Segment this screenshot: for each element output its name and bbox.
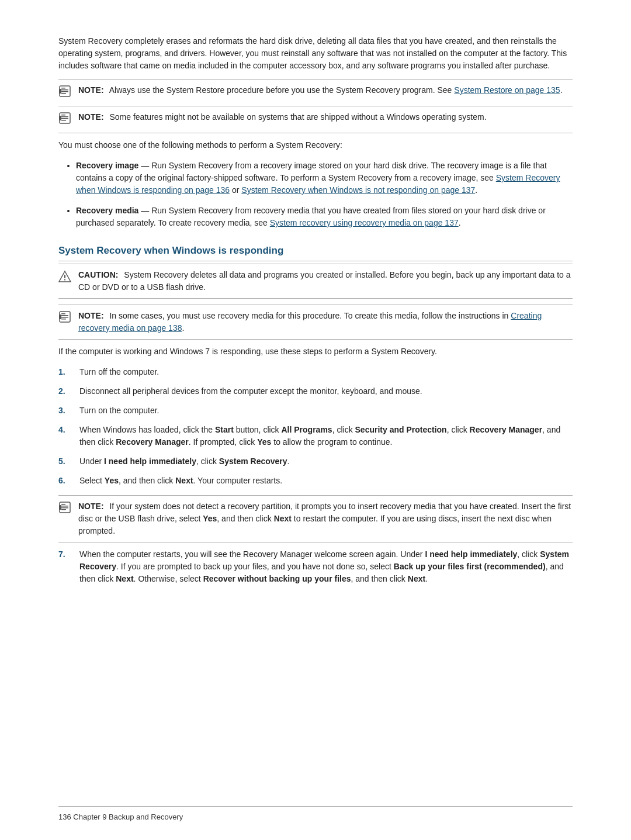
note-2-label: NOTE: bbox=[78, 112, 104, 122]
step-5-num: 5. bbox=[58, 455, 79, 468]
note-4-block: NOTE: If your system does not detect a r… bbox=[58, 495, 573, 542]
step-3-num: 3. bbox=[58, 405, 79, 417]
svg-rect-8 bbox=[61, 116, 68, 117]
svg-rect-11 bbox=[59, 116, 61, 120]
step-7: 7. When the computer restarts, you will … bbox=[58, 548, 573, 585]
caution-label: CAUTION: bbox=[78, 270, 118, 279]
svg-rect-18 bbox=[61, 317, 68, 318]
svg-rect-16 bbox=[61, 313, 65, 314]
content-area: System Recovery completely erases and re… bbox=[58, 35, 573, 585]
note-3-text: NOTE: In some cases, you must use recove… bbox=[78, 310, 573, 334]
svg-rect-5 bbox=[59, 89, 61, 94]
svg-rect-23 bbox=[61, 506, 68, 507]
step-5: 5. Under I need help immediately, click … bbox=[58, 455, 573, 468]
step-7-num: 7. bbox=[58, 548, 79, 585]
svg-rect-10 bbox=[61, 120, 66, 121]
svg-rect-2 bbox=[61, 89, 68, 91]
svg-rect-14 bbox=[64, 279, 65, 280]
step-5-text: Under I need help immediately, click Sys… bbox=[79, 455, 290, 468]
note-3-block: NOTE: In some cases, you must use recove… bbox=[58, 305, 573, 340]
svg-rect-7 bbox=[61, 115, 65, 116]
note-2-body: Some features might not be available on … bbox=[109, 112, 486, 122]
step-7-list: 7. When the computer restarts, you will … bbox=[58, 548, 573, 585]
methods-list: Recovery image — Run System Recovery fro… bbox=[76, 160, 573, 229]
caution-block: CAUTION: System Recovery deletes all dat… bbox=[58, 264, 573, 299]
step-3: 3. Turn on the computer. bbox=[58, 405, 573, 417]
footer-text: 136 Chapter 9 Backup and Recovery bbox=[58, 811, 183, 823]
svg-rect-22 bbox=[61, 504, 65, 505]
svg-rect-26 bbox=[59, 505, 61, 510]
note-4-text: NOTE: If your system does not detect a r… bbox=[78, 500, 573, 537]
step-4: 4. When Windows has loaded, click the St… bbox=[58, 424, 573, 448]
note-3-label: NOTE: bbox=[78, 311, 104, 320]
caution-icon bbox=[58, 270, 75, 287]
step-6-num: 6. bbox=[58, 475, 79, 487]
step-7-text: When the computer restarts, you will see… bbox=[79, 548, 573, 585]
svg-rect-19 bbox=[61, 319, 66, 320]
intro-paragraph: System Recovery completely erases and re… bbox=[58, 35, 573, 72]
methods-intro: You must choose one of the following met… bbox=[58, 139, 573, 151]
svg-rect-4 bbox=[61, 93, 66, 94]
step-1-text: Turn off the computer. bbox=[79, 366, 159, 378]
bullet-1-bold: Recovery image bbox=[76, 161, 138, 170]
note-1-body: Always use the System Restore procedure … bbox=[109, 85, 455, 95]
svg-rect-17 bbox=[61, 315, 68, 316]
section-intro: If the computer is working and Windows 7… bbox=[58, 345, 573, 358]
bullet-2-link1[interactable]: System recovery using recovery media on … bbox=[270, 218, 459, 227]
note-4-label: NOTE: bbox=[78, 502, 104, 511]
note-1-block: NOTE: Always use the System Restore proc… bbox=[58, 79, 573, 106]
caution-body: System Recovery deletes all data and pro… bbox=[78, 270, 571, 292]
step-1: 1. Turn off the computer. bbox=[58, 366, 573, 378]
svg-rect-9 bbox=[61, 118, 68, 119]
note-1-link[interactable]: System Restore on page 135 bbox=[454, 85, 560, 95]
step-1-num: 1. bbox=[58, 366, 79, 378]
note-2-text: NOTE: Some features might not be availab… bbox=[78, 111, 487, 123]
note-4-body: If your system does not detect a recover… bbox=[78, 502, 571, 535]
step-3-text: Turn on the computer. bbox=[79, 405, 159, 417]
section-heading: System Recovery when Windows is respondi… bbox=[58, 243, 573, 261]
svg-rect-20 bbox=[59, 314, 61, 319]
steps-list: 1. Turn off the computer. 2. Disconnect … bbox=[58, 366, 573, 487]
note-2-block: NOTE: Some features might not be availab… bbox=[58, 106, 573, 133]
svg-rect-13 bbox=[64, 275, 65, 278]
step-6: 6. Select Yes, and then click Next. Your… bbox=[58, 475, 573, 487]
note-icon-2 bbox=[58, 112, 75, 128]
svg-rect-1 bbox=[61, 88, 65, 89]
step-4-num: 4. bbox=[58, 424, 79, 448]
list-item-1: Recovery image — Run System Recovery fro… bbox=[76, 160, 573, 196]
bullet-2-bold: Recovery media bbox=[76, 206, 138, 215]
step-2-num: 2. bbox=[58, 385, 79, 397]
note-icon-3 bbox=[58, 310, 75, 327]
svg-rect-3 bbox=[61, 91, 68, 92]
footer: 136 Chapter 9 Backup and Recovery bbox=[58, 806, 573, 823]
bullet-1-link2[interactable]: System Recovery when Windows is not resp… bbox=[241, 185, 475, 195]
svg-rect-25 bbox=[61, 509, 66, 510]
note-3-body: In some cases, you must use recovery med… bbox=[109, 311, 511, 320]
note-1-label: NOTE: bbox=[78, 85, 104, 95]
step-2: 2. Disconnect all peripheral devices fro… bbox=[58, 385, 573, 397]
step-4-text: When Windows has loaded, click the Start… bbox=[79, 424, 573, 448]
step-6-text: Select Yes, and then click Next. Your co… bbox=[79, 475, 282, 487]
note-icon-1 bbox=[58, 85, 75, 101]
step-2-text: Disconnect all peripheral devices from t… bbox=[79, 385, 422, 397]
svg-rect-24 bbox=[61, 507, 68, 509]
note-icon-4 bbox=[58, 501, 75, 517]
caution-text: CAUTION: System Recovery deletes all dat… bbox=[78, 269, 573, 293]
list-item-2: Recovery media — Run System Recovery fro… bbox=[76, 205, 573, 229]
page: System Recovery completely erases and re… bbox=[0, 0, 631, 840]
note-1-text: NOTE: Always use the System Restore proc… bbox=[78, 84, 563, 96]
